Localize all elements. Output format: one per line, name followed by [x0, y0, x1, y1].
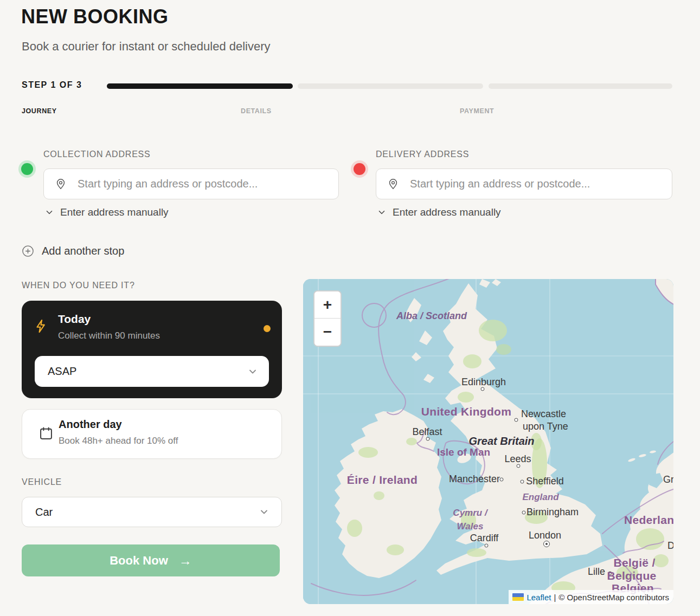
- location-pin-icon: [387, 178, 399, 190]
- another-day-subtitle: Book 48h+ ahead for 10% off: [59, 436, 178, 446]
- schedule-heading: WHEN DO YOU NEED IT?: [22, 281, 135, 290]
- collection-manual-toggle[interactable]: Enter address manually: [44, 206, 169, 218]
- step-indicator: STEP 1 OF 3: [22, 80, 82, 90]
- progress-bar-details: [298, 83, 483, 89]
- lightning-bolt-icon: [34, 319, 49, 334]
- new-booking-page: NEW BOOKING Book a courier for instant o…: [0, 0, 700, 616]
- map-label-belgium: België /: [613, 556, 655, 569]
- map-label-england: England: [522, 492, 558, 503]
- delivery-manual-label: Enter address manually: [393, 206, 501, 218]
- map-label-belgium-2: Belgique: [607, 569, 656, 582]
- tab-journey[interactable]: JOURNEY: [22, 107, 57, 115]
- map-label-leeds: Leeds: [504, 453, 531, 465]
- city-marker: [517, 464, 521, 468]
- city-marker: [522, 511, 526, 515]
- another-day-title: Another day: [59, 418, 122, 431]
- add-stop-label: Add another stop: [42, 245, 124, 257]
- time-select-value: ASAP: [48, 365, 76, 378]
- map-label-ireland: Éire / Ireland: [347, 474, 418, 487]
- delivery-address-input[interactable]: [410, 178, 663, 190]
- map-label-wales-2: Wales: [457, 521, 484, 532]
- map-label-cardiff: Cardiff: [470, 533, 499, 544]
- tab-payment[interactable]: PAYMENT: [460, 107, 494, 115]
- collection-address-field: [43, 168, 339, 199]
- chevron-down-icon: [259, 507, 269, 517]
- plus-circle-icon: [22, 245, 34, 257]
- city-marker: [485, 544, 489, 548]
- map-label-wales: Cymru /: [453, 508, 487, 518]
- map-label-london: London: [529, 530, 561, 541]
- chevron-down-icon: [377, 208, 387, 217]
- map-label-birmingham: Birmingham: [526, 507, 579, 518]
- collection-status-dot: [21, 163, 33, 175]
- map-label-lille: Lille: [588, 566, 605, 578]
- arrow-right-icon: →: [179, 553, 192, 568]
- add-stop-button[interactable]: Add another stop: [22, 245, 124, 257]
- map-label-belfast: Belfast: [412, 426, 442, 438]
- city-marker: [426, 437, 430, 441]
- attribution-separator: |: [554, 593, 556, 602]
- map-label-groningen: Groningen: [663, 474, 673, 485]
- page-subtitle: Book a courier for instant or scheduled …: [22, 40, 271, 54]
- map-label-newcastle-2: upon Tyne: [523, 421, 568, 432]
- city-marker: [521, 480, 524, 484]
- map-label-manchester: Manchester: [449, 474, 500, 485]
- page-title: NEW BOOKING: [21, 5, 169, 28]
- ukraine-flag-icon: [512, 593, 524, 601]
- vehicle-select-value: Car: [35, 506, 53, 518]
- delivery-address-label: DELIVERY ADDRESS: [376, 150, 469, 159]
- map-zoom-control: + −: [313, 290, 342, 347]
- delivery-manual-toggle[interactable]: Enter address manually: [377, 206, 501, 218]
- today-title: Today: [58, 313, 91, 326]
- map-label-great-britain: Great Britain: [468, 435, 534, 448]
- book-now-label: Book Now: [110, 554, 168, 568]
- map-attribution: Leaflet | © OpenStreetMap contributors: [509, 590, 673, 604]
- today-option-card[interactable]: Today Collect within 90 minutes ASAP: [22, 301, 282, 398]
- map-label-united-kingdom: United Kingdom: [421, 405, 511, 418]
- collection-address-input[interactable]: [78, 178, 330, 190]
- vehicle-label: VEHICLE: [22, 477, 62, 487]
- vehicle-select[interactable]: Car: [22, 497, 282, 527]
- another-day-option-card[interactable]: Another day Book 48h+ ahead for 10% off: [22, 409, 282, 459]
- time-select[interactable]: ASAP: [35, 356, 269, 387]
- calendar-icon: [38, 426, 54, 441]
- chevron-down-icon: [44, 208, 54, 217]
- selected-indicator-dot: [264, 325, 271, 332]
- book-now-button[interactable]: Book Now →: [22, 544, 280, 576]
- progress-bar-journey: [107, 83, 293, 89]
- map-label-scotland: Alba / Scotland: [396, 310, 467, 322]
- map-label-edinburgh: Edinburgh: [461, 377, 506, 388]
- delivery-status-dot: [354, 163, 365, 175]
- chevron-down-icon: [247, 366, 258, 377]
- map-label-newcastle: Newcastle: [521, 408, 566, 420]
- map-label-duisburg: Duisburg: [667, 540, 673, 552]
- today-subtitle: Collect within 90 minutes: [58, 330, 160, 341]
- osm-attribution: © OpenStreetMap contributors: [558, 593, 669, 602]
- zoom-out-button[interactable]: −: [314, 319, 341, 346]
- capital-city-marker: [543, 541, 550, 547]
- map-label-sheffield: Sheffield: [526, 476, 564, 487]
- progress-bar-payment: [489, 83, 672, 89]
- leaflet-link[interactable]: Leaflet: [526, 593, 551, 602]
- map-label-nederland: Nederland: [624, 514, 673, 527]
- delivery-address-field: [376, 168, 672, 199]
- map-label-isle-of-man: Isle of Man: [437, 446, 490, 458]
- city-marker: [515, 418, 518, 422]
- collection-address-label: COLLECTION ADDRESS: [43, 150, 151, 159]
- tab-details[interactable]: DETAILS: [241, 107, 272, 115]
- zoom-in-button[interactable]: +: [314, 291, 341, 319]
- collection-manual-label: Enter address manually: [60, 206, 169, 218]
- city-marker: [500, 478, 504, 482]
- map-canvas[interactable]: + − Alba / Scotland Edinburgh United Kin…: [303, 279, 673, 604]
- city-marker: [481, 387, 485, 391]
- location-pin-icon: [55, 178, 67, 190]
